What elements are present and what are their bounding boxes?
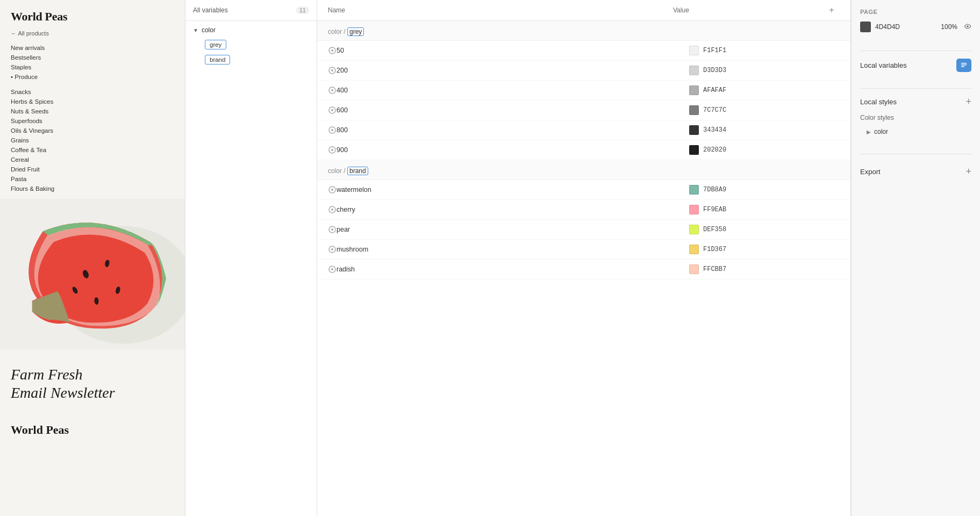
nav-item-produce[interactable]: Produce [11, 72, 174, 82]
svg-rect-31 [961, 64, 967, 66]
var-value-cell: D3D3D3 [689, 66, 840, 75]
color-swatch[interactable] [689, 125, 699, 135]
var-value-text: DEF358 [703, 226, 726, 233]
nav-item-herbs[interactable]: Herbs & Spices [11, 97, 174, 106]
alias-icon [328, 46, 337, 55]
table-row[interactable]: 600 7C7C7C [317, 101, 850, 120]
var-value-cell: 202020 [689, 145, 840, 155]
nav-item-bestsellers[interactable]: Bestsellers [11, 53, 174, 62]
table-row[interactable]: 200 D3D3D3 [317, 61, 850, 81]
add-variable-button[interactable]: + [824, 5, 840, 15]
alias-icon [328, 86, 337, 95]
variable-group-color-header[interactable]: ▼ color [185, 23, 317, 37]
color-styles-section: Color styles ▶ color [860, 114, 971, 138]
var-value-text: 7C7C7C [703, 106, 726, 114]
nav-item-flours[interactable]: Flours & Baking [11, 184, 174, 194]
product-image [0, 199, 185, 349]
color-swatch[interactable] [689, 205, 699, 214]
variables-panel: All variables 11 ▼ color grey brand [185, 0, 317, 516]
var-value-cell: AFAFAF [689, 85, 840, 95]
alias-icon [328, 265, 337, 274]
site-preview-panel: World Peas ← All products New arrivals B… [0, 0, 185, 516]
color-swatch[interactable] [689, 225, 699, 234]
variable-item-grey[interactable]: grey [185, 37, 317, 52]
local-styles-row: Local styles + [860, 96, 971, 108]
nav-item-oils[interactable]: Oils & Vinegars [11, 126, 174, 135]
local-variables-button[interactable] [956, 59, 971, 72]
table-row[interactable]: radish FFCBB7 [317, 260, 850, 280]
color-swatch[interactable] [689, 46, 699, 55]
var-value-text: 7DB8A9 [703, 186, 726, 194]
eye-icon[interactable] [964, 23, 971, 32]
variable-item-brand[interactable]: brand [185, 52, 317, 67]
color-swatch[interactable] [689, 105, 699, 115]
nav-item-snacks[interactable]: Snacks [11, 87, 174, 97]
nav-item-superfoods[interactable]: Superfoods [11, 116, 174, 126]
color-swatch[interactable] [689, 264, 699, 274]
nav-item-pasta[interactable]: Pasta [11, 174, 174, 184]
var-name: 400 [337, 87, 689, 94]
table-row[interactable]: 800 343434 [317, 120, 850, 140]
group-prefix-brand: color / [328, 167, 347, 175]
variable-tag-brand[interactable]: brand [205, 55, 230, 64]
nav-item-cereal[interactable]: Cereal [11, 155, 174, 164]
table-row[interactable]: 400 AFAFAF [317, 81, 850, 101]
page-color-value: 4D4D4D [875, 23, 936, 31]
nav-item-new-arrivals[interactable]: New arrivals [11, 43, 174, 53]
var-value-text: FF9EAB [703, 206, 726, 213]
var-value-text: 343434 [703, 126, 726, 134]
color-swatch[interactable] [689, 85, 699, 95]
var-value-cell: 343434 [689, 125, 840, 135]
local-variables-row: Local variables [860, 59, 971, 72]
divider [860, 88, 971, 89]
nav-item-coffee[interactable]: Coffee & Tea [11, 145, 174, 155]
right-panel: Page 4D4D4D 100% Local variables Local s… [851, 0, 980, 516]
alias-icon [328, 146, 337, 154]
nav-item-dried-fruit[interactable]: Dried Fruit [11, 164, 174, 174]
group-label-grey: color / grey [328, 27, 840, 36]
variables-panel-title: All variables [193, 6, 228, 14]
var-value-text: F1D367 [703, 246, 726, 253]
table-row[interactable]: cherry FF9EAB [317, 200, 850, 220]
collapse-arrow-icon: ▼ [193, 27, 198, 33]
nav-item-staples[interactable]: Staples [11, 62, 174, 72]
table-body: color / grey 50 F1F1F1 200 [317, 21, 850, 516]
table-row[interactable]: mushroom F1D367 [317, 240, 850, 260]
table-row[interactable]: pear DEF358 [317, 220, 850, 240]
color-swatch[interactable] [689, 145, 699, 155]
table-row[interactable]: 50 F1F1F1 [317, 41, 850, 61]
svg-point-24 [331, 228, 333, 231]
back-link[interactable]: ← All products [0, 30, 185, 43]
variable-group-color-label: color [202, 26, 216, 34]
nav-section: New arrivals Bestsellers Staples Produce… [0, 43, 185, 194]
color-swatch[interactable] [689, 185, 699, 195]
var-value-text: FFCBB7 [703, 266, 726, 273]
variables-header: All variables 11 [185, 0, 317, 21]
var-value-text: F1F1F1 [703, 47, 726, 54]
var-value-cell: FFCBB7 [689, 264, 840, 274]
var-value-cell: DEF358 [689, 225, 840, 234]
add-style-button[interactable]: + [965, 96, 971, 108]
local-styles-label: Local styles [860, 98, 897, 106]
group-label-brand: color / brand [328, 167, 840, 175]
var-value-cell: F1F1F1 [689, 46, 840, 55]
table-row[interactable]: watermelon 7DB8A9 [317, 180, 850, 200]
alias-icon [328, 245, 337, 254]
page-section: Page 4D4D4D 100% [860, 9, 971, 32]
add-export-button[interactable]: + [965, 166, 971, 177]
color-swatch[interactable] [689, 66, 699, 75]
color-swatch[interactable] [689, 245, 699, 254]
color-group-item[interactable]: ▶ color [860, 126, 971, 138]
var-name: 900 [337, 146, 689, 154]
nav-item-nuts[interactable]: Nuts & Seeds [11, 106, 174, 116]
nav-item-grains[interactable]: Grains [11, 135, 174, 145]
local-variables-label: Local variables [860, 61, 907, 69]
alias-icon [328, 66, 337, 75]
svg-rect-32 [961, 66, 964, 67]
group-row-brand: color / brand [317, 160, 850, 180]
newsletter-line2: Email Newsletter [11, 384, 115, 401]
variable-tag-grey[interactable]: grey [205, 40, 226, 49]
page-color-swatch[interactable] [860, 22, 871, 32]
variables-table: Name Value + color / grey 50 F1F1F1 [317, 0, 851, 516]
table-row[interactable]: 900 202020 [317, 140, 850, 160]
